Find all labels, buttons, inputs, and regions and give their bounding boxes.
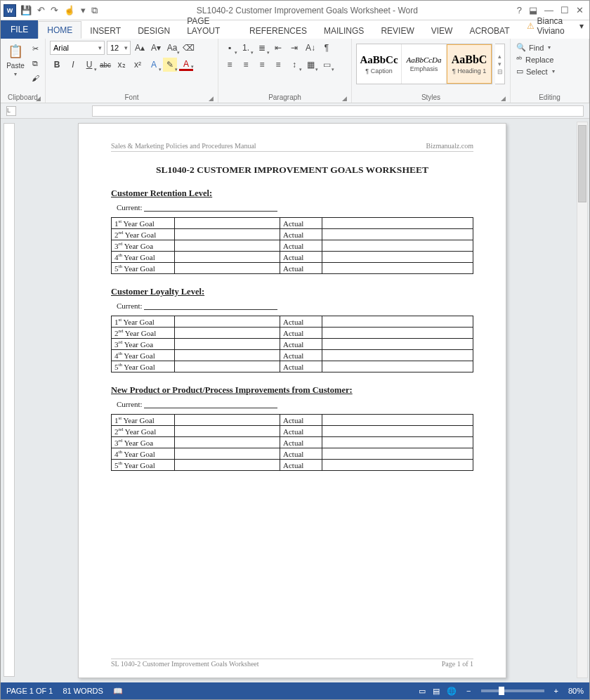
select-button[interactable]: ▭Select▾ <box>515 66 556 77</box>
highlight-button[interactable]: ✎▾ <box>163 58 177 72</box>
table-row: 2nd Year GoalActual <box>112 426 473 437</box>
table-row: 1st Year GoalActual <box>112 218 473 229</box>
scrollbar-thumb[interactable] <box>578 125 586 202</box>
tab-references[interactable]: REFERENCES <box>241 22 315 39</box>
current-line: Current: <box>117 302 473 310</box>
styles-launcher-icon[interactable]: ◢ <box>501 95 506 102</box>
font-launcher-icon[interactable]: ◢ <box>209 95 214 102</box>
tab-home[interactable]: HOME <box>38 21 81 39</box>
justify-button[interactable]: ≡ <box>271 58 285 72</box>
clear-format-button[interactable]: ⌫ <box>181 41 195 55</box>
status-page[interactable]: PAGE 1 OF 1 <box>6 687 53 695</box>
line-spacing-button[interactable]: ↕▾ <box>287 58 301 72</box>
group-styles-label: Styles◢ <box>356 93 506 103</box>
status-proof-icon[interactable]: 📖 <box>113 687 123 696</box>
underline-button[interactable]: U▾ <box>82 58 96 72</box>
format-painter-button[interactable]: 🖌 <box>29 72 41 84</box>
find-button[interactable]: 🔍Find▾ <box>515 42 556 53</box>
sort-button[interactable]: A↓ <box>303 41 317 55</box>
align-center-button[interactable]: ≡ <box>239 58 253 72</box>
save-icon[interactable]: 💾 <box>20 5 32 15</box>
tab-user[interactable]: ⚠ Bianca Viviano ▾ <box>518 13 589 39</box>
tab-pagelayout[interactable]: PAGE LAYOUT <box>178 13 241 39</box>
style-preview: AaBbCcDa <box>406 56 441 64</box>
align-left-button[interactable]: ≡ <box>223 58 237 72</box>
ribbon-tabs: FILE HOME INSERT DESIGN PAGE LAYOUT REFE… <box>1 20 589 39</box>
page[interactable]: Sales & Marketing Policies and Procedure… <box>78 123 506 678</box>
tab-selector[interactable]: L <box>6 106 16 116</box>
style-name: Emphasis <box>410 65 438 72</box>
table-row: 4th Year GoalActual <box>112 350 473 361</box>
tab-acrobat[interactable]: ACROBAT <box>461 22 518 39</box>
section-heading: Customer Loyalty Level: <box>111 287 473 297</box>
tab-design[interactable]: DESIGN <box>129 22 178 39</box>
zoom-level[interactable]: 80% <box>568 687 584 695</box>
horizontal-ruler[interactable] <box>92 105 584 117</box>
styles-more-icon[interactable]: ⊟ <box>495 68 504 75</box>
zoom-knob[interactable] <box>499 687 504 695</box>
font-color-button[interactable]: A▾ <box>179 59 193 71</box>
show-marks-button[interactable]: ¶ <box>320 41 334 55</box>
change-case-button[interactable]: Aa▾ <box>165 41 179 55</box>
strike-button[interactable]: abc <box>98 58 112 72</box>
dec-indent-button[interactable]: ⇤ <box>271 41 285 55</box>
replace-button[interactable]: ᵃᵇReplace <box>515 54 556 65</box>
goals-table: 1st Year GoalActual2nd Year GoalActual3r… <box>111 316 473 372</box>
undo-icon[interactable]: ↶ <box>37 5 45 15</box>
clipboard-launcher-icon[interactable]: ◢ <box>36 95 41 102</box>
current-line: Current: <box>117 203 473 212</box>
style-heading1[interactable]: AaBbC ¶ Heading 1 <box>447 44 492 84</box>
group-editing-label: Editing <box>515 93 584 103</box>
touch-icon[interactable]: ☝ <box>64 5 75 15</box>
shrink-font-button[interactable]: A▾ <box>149 41 163 55</box>
align-right-button[interactable]: ≡ <box>255 58 269 72</box>
tab-file[interactable]: FILE <box>1 20 38 39</box>
bold-button[interactable]: B <box>50 58 64 72</box>
style-name: ¶ Caption <box>365 67 392 74</box>
text-effects-button[interactable]: A▾ <box>147 58 161 72</box>
tab-review[interactable]: REVIEW <box>372 22 422 39</box>
style-caption[interactable]: AaBbCc ¶ Caption <box>357 44 402 84</box>
redo-icon[interactable]: ↷ <box>51 5 58 15</box>
ribbon: 📋 Paste ▾ ✂ ⧉ 🖌 Clipboard◢ Arial 12 A▴ A… <box>1 39 589 103</box>
tab-insert[interactable]: INSERT <box>81 22 129 39</box>
zoom-slider[interactable] <box>481 689 544 692</box>
shading-button[interactable]: ▦▾ <box>303 58 317 72</box>
inc-indent-button[interactable]: ⇥ <box>287 41 301 55</box>
multilevel-button[interactable]: ≣▾ <box>255 41 269 55</box>
font-size-combo[interactable]: 12 <box>107 41 131 55</box>
status-words[interactable]: 81 WORDS <box>63 687 103 695</box>
superscript-button[interactable]: x² <box>131 58 145 72</box>
subscript-button[interactable]: x₂ <box>114 58 129 72</box>
group-clipboard-label: Clipboard◢ <box>5 93 41 103</box>
qat-more-icon[interactable]: ▾ <box>81 5 86 15</box>
bullets-button[interactable]: ▪▾ <box>223 41 237 55</box>
styles-down-icon[interactable]: ▾ <box>495 60 504 67</box>
vertical-scrollbar[interactable] <box>577 122 588 678</box>
styles-gallery[interactable]: AaBbCc ¶ Caption AaBbCcDa Emphasis AaBbC… <box>356 44 492 84</box>
vertical-ruler[interactable] <box>4 123 15 677</box>
group-font: Arial 12 A▴ A▾ Aa▾ ⌫ B I U▾ abc x₂ x² A▾… <box>46 39 218 103</box>
copy-button[interactable]: ⧉ <box>29 57 41 70</box>
grow-font-button[interactable]: A▴ <box>133 41 147 55</box>
view-read-button[interactable]: ▭ <box>419 687 426 696</box>
paste-button[interactable]: 📋 Paste ▾ <box>5 41 26 79</box>
borders-button[interactable]: ▭▾ <box>320 58 334 72</box>
paragraph-launcher-icon[interactable]: ◢ <box>342 95 347 102</box>
italic-button[interactable]: I <box>66 58 80 72</box>
newdoc-icon[interactable]: ⧉ <box>91 5 98 16</box>
view-print-button[interactable]: ▤ <box>433 687 440 696</box>
tab-view[interactable]: VIEW <box>423 22 461 39</box>
font-name-combo[interactable]: Arial <box>50 41 105 55</box>
style-emphasis[interactable]: AaBbCcDa Emphasis <box>402 44 447 84</box>
numbering-button[interactable]: 1.▾ <box>239 41 253 55</box>
cut-button[interactable]: ✂ <box>29 42 41 55</box>
tab-mailings[interactable]: MAILINGS <box>315 22 372 39</box>
zoom-out-button[interactable]: − <box>466 687 471 695</box>
view-web-button[interactable]: 🌐 <box>447 687 457 696</box>
user-name: Bianca Viviano <box>537 16 577 36</box>
goals-table: 1st Year GoalActual2nd Year GoalActual3r… <box>111 217 473 274</box>
zoom-in-button[interactable]: + <box>554 687 558 695</box>
styles-up-icon[interactable]: ▴ <box>495 53 504 60</box>
table-row: 3rd Year GoaActual <box>112 240 473 252</box>
